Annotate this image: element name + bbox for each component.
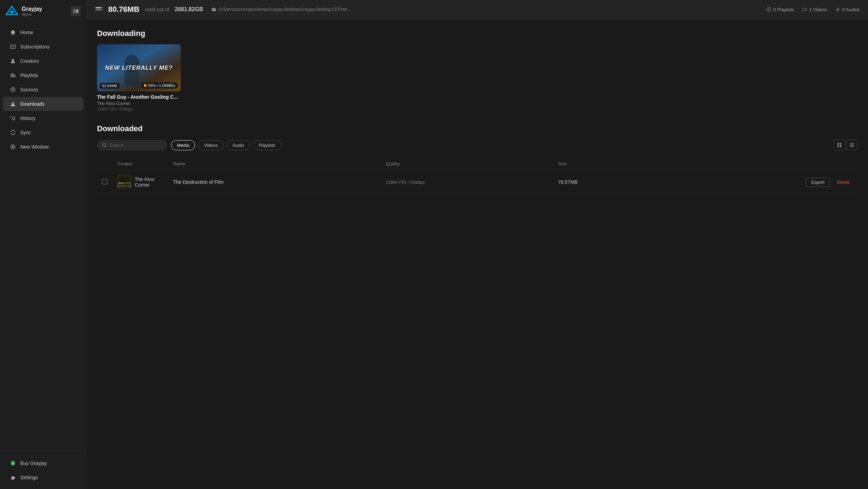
- svg-rect-12: [10, 76, 14, 77]
- filter-playlists-button[interactable]: Playlists: [253, 140, 281, 150]
- storage-icon: [95, 6, 103, 14]
- svg-rect-18: [10, 105, 15, 106]
- logo-area: Grayjay Alpha: [6, 5, 42, 17]
- view-toggle: [834, 140, 858, 151]
- sidebar-header: Grayjay Alpha: [0, 0, 86, 22]
- sidebar-item-new-window[interactable]: New Window: [3, 140, 83, 154]
- svg-rect-46: [850, 143, 854, 144]
- app-name: Grayjay: [22, 6, 42, 12]
- progress-dot: [144, 84, 147, 87]
- creator-info: WHY IT'S DESTROYED The Kino Corner: [117, 175, 163, 189]
- video-meta: 1280×720 • 50kbps: [97, 107, 181, 112]
- progress-label: 33% • 1.08MB/s: [148, 83, 175, 88]
- svg-point-27: [101, 9, 101, 10]
- sidebar-item-subscriptions[interactable]: Subscriptions: [3, 40, 83, 54]
- svg-rect-4: [73, 11, 75, 12]
- downloads-table: Creator Name Quality Size: [97, 158, 858, 194]
- actions-cell: Export Delete: [656, 170, 858, 194]
- creator-avatar-bg: WHY IT'S DESTROYED: [117, 175, 131, 189]
- col-quality: Quality: [381, 158, 553, 170]
- downloading-card[interactable]: NEW LITERALLY ME? 93.84MB 33% • 1.08MB/s…: [97, 44, 181, 112]
- svg-point-33: [836, 10, 838, 11]
- svg-rect-47: [850, 145, 854, 145]
- creator-thumbnail: WHY IT'S DESTROYED: [117, 175, 131, 189]
- sidebar-item-playlists[interactable]: Playlists: [3, 68, 83, 82]
- sidebar-item-creators[interactable]: Creators: [3, 54, 83, 68]
- stat-playlists: 0 Playlists: [766, 7, 794, 12]
- new-window-icon: [10, 144, 16, 150]
- sidebar-item-buy[interactable]: $ Buy Grayjay: [3, 456, 83, 470]
- creator-name: The Kino Corner: [135, 176, 163, 188]
- sidebar-label-downloads: Downloads: [20, 101, 44, 107]
- sidebar-label-settings: Settings: [20, 475, 38, 480]
- sidebar-toggle-button[interactable]: [71, 6, 81, 16]
- svg-point-16: [12, 89, 14, 90]
- stat-videos-value: 1 Videos: [809, 7, 827, 12]
- topbar: 80.76MB used out of 2681.82GB D:\Dev\sou…: [87, 0, 868, 19]
- delete-button[interactable]: Delete: [834, 178, 853, 187]
- sidebar-item-downloads[interactable]: Downloads: [3, 97, 83, 111]
- sidebar-item-home[interactable]: Home: [3, 25, 83, 39]
- sidebar-item-sources[interactable]: Sources: [3, 83, 83, 97]
- search-input[interactable]: [109, 143, 162, 148]
- buy-icon: $: [10, 460, 16, 466]
- size-badge: 93.84MB: [100, 83, 119, 89]
- downloading-section: Downloading: [97, 29, 858, 112]
- stat-playlists-value: 0 Playlists: [773, 7, 794, 12]
- search-box[interactable]: [97, 140, 167, 150]
- svg-line-41: [105, 146, 106, 147]
- row-checkbox[interactable]: [102, 179, 107, 185]
- svg-point-26: [101, 7, 101, 8]
- toggle-icon: [73, 9, 78, 14]
- main-content: 80.76MB used out of 2681.82GB D:\Dev\sou…: [87, 0, 868, 489]
- video-thumbnail: NEW LITERALLY ME? 93.84MB 33% • 1.08MB/s: [97, 44, 181, 91]
- sidebar-label-creators: Creators: [20, 58, 39, 64]
- list-view-button[interactable]: [846, 140, 858, 151]
- creators-icon: [10, 58, 16, 64]
- sidebar-item-settings[interactable]: Settings: [3, 471, 83, 484]
- grid-view-button[interactable]: [834, 140, 845, 151]
- svg-point-9: [12, 59, 14, 61]
- col-creator: Creator: [112, 158, 168, 170]
- grid-icon: [837, 143, 842, 148]
- stat-audios: 0 Audios: [835, 7, 860, 12]
- svg-rect-48: [850, 146, 854, 147]
- svg-rect-5: [73, 12, 75, 13]
- svg-rect-3: [73, 9, 75, 10]
- svg-rect-11: [10, 75, 14, 76]
- row-checkbox-cell[interactable]: [97, 170, 112, 194]
- search-icon: [102, 143, 106, 148]
- table-row: WHY IT'S DESTROYED The Kino Corner The D…: [97, 170, 858, 194]
- svg-rect-31: [803, 8, 806, 11]
- storage-total-value: 2681.82GB: [175, 6, 203, 13]
- subscriptions-icon: [10, 44, 16, 50]
- filter-media-button[interactable]: Media: [171, 140, 195, 150]
- content-area: Downloading: [87, 19, 868, 489]
- filter-videos-button[interactable]: Videos: [198, 140, 224, 150]
- action-buttons: Export Delete: [661, 178, 853, 187]
- sidebar-item-sync[interactable]: Sync: [3, 126, 83, 140]
- sidebar-item-history[interactable]: History: [3, 111, 83, 125]
- app-version: Alpha: [22, 12, 42, 16]
- table-body: WHY IT'S DESTROYED The Kino Corner The D…: [97, 170, 858, 194]
- video-info: The Fall Guy - Another Gosling C... The …: [97, 94, 181, 112]
- sidebar-label-sync: Sync: [20, 130, 31, 135]
- storage-used-value: 80.76MB: [108, 5, 139, 14]
- downloads-icon: [10, 101, 16, 107]
- svg-marker-8: [12, 46, 14, 47]
- quality-cell: 1280×720 • 51kbps: [381, 170, 553, 194]
- home-icon: [10, 29, 16, 36]
- col-size: Size: [553, 158, 657, 170]
- col-checkbox: [97, 158, 112, 170]
- svg-marker-32: [806, 9, 807, 10]
- storage-path: D:\Dev\source\repos\temp\Grayjay.Desktop…: [212, 7, 350, 12]
- export-button[interactable]: Export: [806, 178, 831, 187]
- filter-bar: Media Videos Audio Playlists: [97, 140, 858, 151]
- svg-rect-43: [840, 143, 841, 145]
- sidebar-nav: Home Subscriptions Creators Playlists: [0, 22, 86, 451]
- svg-point-36: [838, 9, 839, 10]
- svg-point-13: [14, 75, 16, 77]
- video-stat-icon: [802, 7, 807, 12]
- filter-audio-button[interactable]: Audio: [227, 140, 250, 150]
- video-title: The Fall Guy - Another Gosling C...: [97, 94, 181, 100]
